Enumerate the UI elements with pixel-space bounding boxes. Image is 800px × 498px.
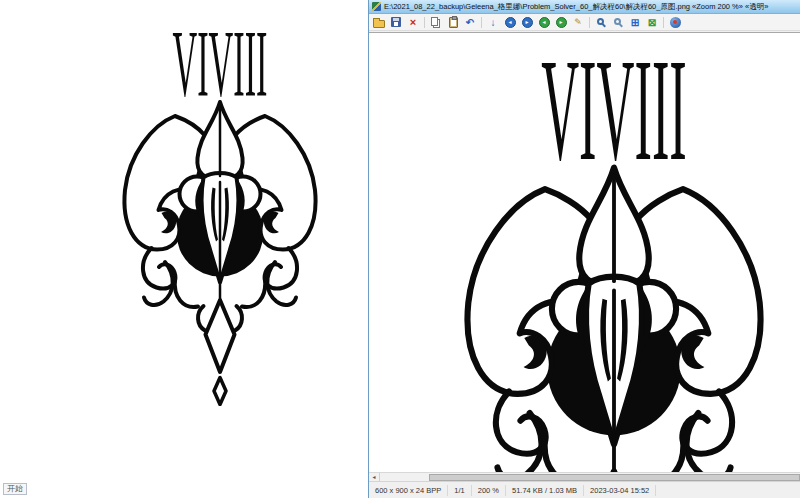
paste-icon — [449, 17, 458, 28]
app-icon — [372, 2, 381, 11]
delete-button[interactable]: × — [405, 15, 421, 30]
last-image-button[interactable]: ▸ — [553, 15, 569, 30]
open-icon — [373, 20, 385, 28]
prev-image-icon: ◂ — [505, 17, 516, 28]
status-zoom: 200 % — [472, 485, 506, 496]
scroll-thumb[interactable] — [429, 474, 800, 481]
artwork-preview: VIVIII — [100, 26, 340, 406]
artwork-zoomed: VIVIII — [430, 51, 798, 472]
status-dimensions: 600 x 900 x 24 BPP — [369, 485, 448, 496]
toolbar-separator — [589, 17, 590, 28]
open-button[interactable] — [371, 15, 387, 30]
copy-button[interactable] — [428, 15, 444, 30]
status-modified: 2023-03-04 15:52 — [584, 485, 656, 496]
viewer-window: E:\2021_08_22_backup\Geleena_格里娜\Problem… — [368, 0, 800, 498]
toolbar-separator — [424, 17, 425, 28]
first-image-button[interactable]: ◂ — [536, 15, 552, 30]
fullscreen-button[interactable]: ⊠ — [644, 15, 660, 30]
window-title: E:\2021_08_22_backup\Geleena_格里娜\Problem… — [384, 2, 768, 12]
paste-button[interactable] — [445, 15, 461, 30]
save-icon — [391, 17, 401, 27]
image-canvas[interactable]: VIVIII — [369, 32, 800, 472]
next-image-button[interactable]: ▸ — [519, 15, 535, 30]
edit-button[interactable]: ✎ — [570, 15, 586, 30]
prev-image-button[interactable]: ◂ — [502, 15, 518, 30]
fit-window-button[interactable]: ⊞ — [627, 15, 643, 30]
next-image-icon: ▸ — [522, 17, 533, 28]
toolbar-separator — [663, 17, 664, 28]
first-image-icon: ◂ — [539, 17, 550, 28]
status-bar: 600 x 900 x 24 BPP 1/1 200 % 51.74 KB / … — [369, 481, 800, 498]
zoom-in-button[interactable] — [593, 15, 609, 30]
zoom-out-button[interactable] — [610, 15, 626, 30]
undo-button[interactable]: ↶ — [462, 15, 478, 30]
horizontal-scrollbar[interactable]: ◄ — [369, 472, 800, 481]
start-button[interactable]: 开始 — [3, 483, 27, 495]
slideshow-button[interactable]: ↓ — [485, 15, 501, 30]
toolbar-separator — [481, 17, 482, 28]
zoom-out-icon — [614, 18, 621, 25]
status-page-index: 1/1 — [448, 485, 471, 496]
title-bar[interactable]: E:\2021_08_22_backup\Geleena_格里娜\Problem… — [369, 0, 800, 14]
screen: VIVIII 开始 E:\2021_08_22_backup\Geleena_格… — [0, 0, 800, 498]
toolbar: × ↶ ↓ ◂ ▸ ◂ ▸ ✎ ⊞ ⊠ — [369, 14, 800, 31]
copy-icon — [431, 17, 438, 26]
about-icon-dot — [673, 20, 677, 24]
status-file-size: 51.74 KB / 1.03 MB — [506, 485, 584, 496]
save-button[interactable] — [388, 15, 404, 30]
about-icon — [670, 17, 681, 28]
about-button[interactable] — [667, 15, 683, 30]
last-image-icon: ▸ — [556, 17, 567, 28]
status-spacer — [656, 485, 800, 496]
zoom-in-icon — [597, 18, 604, 25]
scroll-left-button[interactable]: ◄ — [369, 473, 380, 481]
